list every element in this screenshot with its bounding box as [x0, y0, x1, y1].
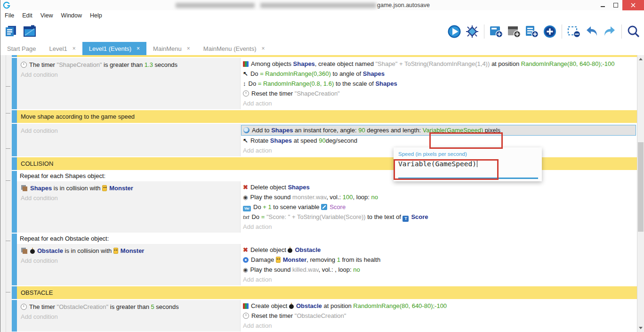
scroll-down-icon[interactable] [639, 327, 643, 329]
action-line[interactable]: Reset the timer "ShapeCreation" [243, 89, 633, 98]
tab-label: MainMenu [153, 45, 182, 52]
foreach-header[interactable]: Repeat for each Shapes object: [17, 171, 637, 181]
add-subevent-button[interactable] [507, 24, 522, 39]
close-button[interactable] [622, 0, 644, 10]
add-condition-link[interactable]: Add condition [21, 126, 237, 136]
minimize-button[interactable] [596, 0, 609, 10]
add-condition-link[interactable]: Add condition [21, 193, 237, 203]
scrollbar-thumb[interactable] [638, 142, 644, 232]
add-subevent-icon [507, 24, 521, 39]
scale-icon: ↕ [243, 81, 246, 87]
remove-event-icon [567, 24, 581, 39]
action-line[interactable]: Create object Obstacle at position Rando… [243, 301, 633, 311]
add-action-link[interactable]: Add action [243, 275, 633, 284]
add-action-link[interactable]: Add action [243, 98, 633, 108]
vertical-scrollbar[interactable] [637, 55, 644, 332]
text-segment: "ObstacleCreation" [295, 312, 346, 319]
event-body: The timer "ShapeCreation" is greater tha… [17, 58, 637, 109]
action-line[interactable]: Damage Monster, removing 1 from its heal… [243, 255, 633, 265]
condition-line[interactable]: The timer "ShapeCreation" is greater tha… [21, 60, 237, 70]
redo-button[interactable] [602, 24, 617, 39]
text-segment: Damage [251, 256, 276, 263]
project-manager-button[interactable] [3, 24, 18, 39]
redo-icon [603, 24, 617, 39]
add-action-link[interactable]: Add action [243, 222, 633, 232]
action-line[interactable]: ↕Do = RandomInRange(0.8, 1.6) to the sca… [243, 79, 633, 89]
event-selection-bar[interactable] [12, 157, 17, 170]
action-line[interactable]: ◉Play the sound monster.wav, vol.: 100, … [243, 192, 633, 202]
action-line[interactable]: txtDo = "Score: " + ToString(Variable(Sc… [243, 212, 633, 222]
menu-edit[interactable]: Edit [22, 12, 32, 19]
comment-row[interactable] [17, 55, 637, 57]
action-line[interactable]: ✖Delete object Obstacle [243, 245, 633, 255]
action-line[interactable]: Among objects Shapes, create object name… [243, 59, 633, 69]
tab-close-icon[interactable]: × [72, 45, 76, 52]
text-object-icon: T [402, 216, 409, 222]
add-action-link[interactable]: Add action [243, 321, 633, 331]
tab-close-icon[interactable]: × [137, 45, 140, 52]
text-segment: Shapes [270, 137, 292, 144]
condition-line[interactable]: Obstacle is in collision with Monster [21, 246, 237, 256]
comment-row[interactable]: Move shape according to the game speed [17, 110, 637, 123]
tab-level1[interactable]: Level1× [42, 42, 82, 55]
monster-icon [102, 185, 107, 191]
menu-view[interactable]: View [40, 12, 53, 19]
event-selection-bar[interactable] [12, 234, 17, 285]
text-segment: Score [411, 213, 428, 220]
text-segment: , vol.: [326, 194, 343, 201]
action-line[interactable]: ↖Do = RandomInRange(0,360) to angle of S… [243, 69, 633, 79]
tab-mainmenu-events[interactable]: MainMenu (Events)× [197, 42, 272, 55]
menu-window[interactable]: Window [61, 12, 82, 19]
action-line[interactable]: ◉Play the sound killed.wav, vol.: , loop… [243, 265, 633, 275]
text-segment: "ObstacleCreation" [57, 303, 109, 310]
event-selection-bar[interactable] [12, 300, 17, 332]
text-segment: an instant force, angle: [293, 127, 358, 134]
event-selection-bar[interactable] [12, 55, 17, 57]
add-new-button[interactable] [542, 24, 557, 39]
add-comment-button[interactable] [524, 24, 539, 39]
action-line[interactable]: ✖Delete object Shapes [243, 182, 633, 192]
text-segment: "ShapeCreation" [57, 61, 102, 68]
condition-line[interactable]: The timer "ObstacleCreation" is greater … [21, 302, 237, 312]
add-new-icon [543, 24, 557, 39]
tab-close-icon[interactable]: × [262, 45, 265, 52]
text-segment: is greater than [108, 303, 151, 310]
event-selection-bar[interactable] [12, 171, 17, 233]
damage-icon [243, 257, 249, 263]
scene-window-button[interactable] [22, 24, 37, 39]
menu-help[interactable]: Help [90, 12, 102, 19]
tab-mainmenu[interactable]: MainMenu× [146, 42, 197, 55]
debug-button[interactable] [465, 24, 480, 39]
condition-line[interactable]: Shapes is in collision with Monster [21, 183, 237, 193]
add-condition-link[interactable]: Add condition [21, 312, 237, 322]
comment-row[interactable]: COLLISION [17, 157, 637, 170]
tab-start-page[interactable]: Start Page [0, 42, 42, 55]
preview-play-button[interactable] [447, 24, 462, 39]
tab-close-icon[interactable]: × [187, 45, 190, 52]
event-selection-bar[interactable] [12, 58, 17, 109]
tab-level1-events[interactable]: Level1 (Events)× [82, 42, 146, 55]
gutter-tick [6, 113, 10, 113]
action-line[interactable]: VarDo + 1 to scene variable Score [243, 202, 633, 212]
menu-file[interactable]: File [5, 12, 14, 19]
add-event-button[interactable] [489, 24, 504, 39]
search-button[interactable] [626, 24, 641, 39]
text-segment: = RandomInRange(0,360) [260, 70, 331, 77]
text-segment: Play the sound [250, 266, 292, 273]
tab-label: MainMenu (Events) [203, 45, 257, 52]
add-condition-link[interactable]: Add condition [21, 256, 237, 266]
foreach-header[interactable]: Repeat for each Obstacle object: [17, 234, 637, 244]
event-selection-bar[interactable] [12, 286, 17, 299]
remove-event-button[interactable] [566, 24, 581, 39]
event-gutter [0, 55, 12, 332]
add-condition-link[interactable]: Add condition [21, 70, 237, 80]
event-selection-bar[interactable] [12, 124, 17, 156]
scroll-up-icon[interactable] [639, 58, 643, 60]
undo-button[interactable] [584, 24, 599, 39]
gutter-tick [6, 86, 10, 87]
event-selection-bar[interactable] [12, 110, 17, 123]
restore-button[interactable] [609, 0, 622, 10]
action-line[interactable]: Reset the timer "ObstacleCreation" [243, 311, 633, 321]
comment-row[interactable]: OBSTACLE [17, 286, 637, 299]
menubar: FileEditViewWindowHelp [0, 10, 644, 21]
